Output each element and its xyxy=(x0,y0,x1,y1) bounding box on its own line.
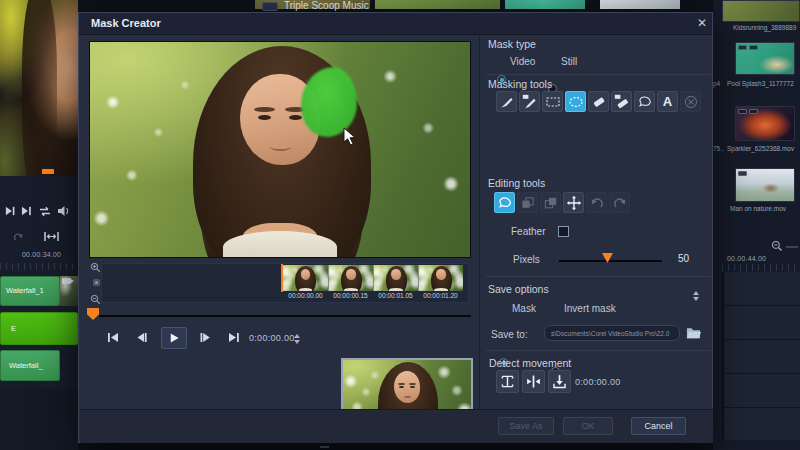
pixels-slider[interactable] xyxy=(559,260,662,262)
transport-timecode[interactable]: 0:00:00.00 xyxy=(249,333,295,343)
go-start-icon[interactable] xyxy=(106,331,120,344)
mask-creator-dialog: Mask Creator ✕ xyxy=(78,12,713,443)
fit-project-icon[interactable] xyxy=(43,230,60,243)
timeline-zoom-knob[interactable] xyxy=(93,279,100,286)
mask-type-heading: Mask type xyxy=(488,38,536,50)
spinner-icon[interactable] xyxy=(693,290,700,302)
timeline-thumbnails[interactable] xyxy=(283,265,463,291)
folder-open-icon[interactable] xyxy=(686,326,701,339)
zoom-slider[interactable] xyxy=(786,246,798,248)
right-ruler xyxy=(722,264,800,271)
timeline-clip-waterfall-2[interactable]: Waterfall_ xyxy=(0,350,60,381)
background-empty-track xyxy=(0,388,78,450)
clip-label: E xyxy=(11,325,16,333)
library-thumbnail[interactable] xyxy=(735,106,795,141)
play-button[interactable] xyxy=(161,327,187,349)
right-timeline-timecode: 00.00.44.00 xyxy=(727,255,766,262)
codec-badge xyxy=(749,109,758,114)
duplicate-mask-tool[interactable] xyxy=(540,192,561,213)
feather-checkbox[interactable] xyxy=(558,226,569,237)
timeline-thumbnail[interactable] xyxy=(328,265,373,291)
smart-brush-mask-tool[interactable] xyxy=(519,91,540,112)
section-divider xyxy=(486,276,711,277)
library-thumbnail-sliver[interactable] xyxy=(600,0,680,9)
move-mask-tool[interactable] xyxy=(563,192,584,213)
clear-mask-tool[interactable] xyxy=(680,91,701,112)
pixels-label: Pixels xyxy=(513,254,540,265)
background-preview-photo xyxy=(0,0,78,176)
save-path-field[interactable]: s\Documents\Corel VideoStudio Pro\22.0 xyxy=(544,325,680,341)
hair-strand xyxy=(22,0,57,176)
section-divider xyxy=(486,74,711,75)
window-resize-notch xyxy=(320,446,329,448)
background-track-rows xyxy=(722,272,800,440)
playhead-marker[interactable] xyxy=(87,308,99,320)
go-end-icon[interactable] xyxy=(227,331,241,344)
go-end-icon[interactable] xyxy=(21,205,33,217)
library-item-label[interactable]: Sparkler_6252368.mov xyxy=(727,145,794,152)
redo-icon[interactable] xyxy=(609,192,630,213)
library-thumbnail[interactable] xyxy=(735,42,795,75)
copy-mask-tool[interactable] xyxy=(517,192,538,213)
smile xyxy=(270,143,291,151)
next-frame-icon[interactable] xyxy=(4,205,16,217)
library-thumbnail-sliver[interactable] xyxy=(505,0,585,9)
music-library-item[interactable]: Triple Scoop Music xyxy=(284,0,369,11)
spinner-icon[interactable] xyxy=(294,333,301,345)
redo-icon[interactable] xyxy=(12,231,25,243)
rectangle-mask-tool[interactable] xyxy=(542,91,563,112)
clip-label: Waterfall_ xyxy=(9,362,42,370)
mask-preview-canvas[interactable] xyxy=(89,41,471,258)
zoom-out-icon[interactable] xyxy=(90,294,101,305)
dialog-titlebar[interactable]: Mask Creator ✕ xyxy=(79,13,712,35)
still-radio-label[interactable]: Still xyxy=(561,56,577,67)
zoom-out-icon[interactable] xyxy=(771,240,783,252)
library-thumbnail-sliver[interactable] xyxy=(375,0,500,9)
clip-thumbnail[interactable] xyxy=(60,276,78,306)
ellipse-mask-tool[interactable] xyxy=(565,91,586,112)
eye xyxy=(258,115,272,120)
video-camera-icon xyxy=(62,278,71,284)
masking-tools-heading: Masking tools xyxy=(488,78,552,90)
zoom-in-icon[interactable] xyxy=(90,262,101,273)
timeline-clip-title[interactable]: E xyxy=(0,312,78,345)
left-ruler xyxy=(0,263,78,270)
mask-radio-label[interactable]: Mask xyxy=(512,303,536,314)
brush-mask-tool[interactable] xyxy=(496,91,517,112)
detect-timecode[interactable]: 0:00:00.00 xyxy=(575,377,621,387)
clip-label: Waterfall_1 xyxy=(6,287,44,295)
undo-icon[interactable] xyxy=(586,192,607,213)
loop-icon[interactable] xyxy=(38,206,52,217)
speaker-icon[interactable] xyxy=(57,205,70,217)
dialog-footer xyxy=(80,409,713,443)
video-radio-label[interactable]: Video xyxy=(510,56,535,67)
next-frame-icon[interactable] xyxy=(199,331,213,344)
library-item-label[interactable]: Pool Splash3_1177772 xyxy=(727,80,794,87)
prev-frame-icon[interactable] xyxy=(134,331,148,344)
dialog-title: Mask Creator xyxy=(91,17,161,29)
detect-to-timecode-tool[interactable] xyxy=(548,370,571,393)
scrubber-track[interactable] xyxy=(99,315,471,317)
timeline-thumbnail[interactable] xyxy=(283,265,328,291)
smart-eraser-tool[interactable] xyxy=(611,91,632,112)
text-mask-tool[interactable]: A xyxy=(657,91,678,112)
invert-mask-radio-label[interactable]: Invert mask xyxy=(564,303,616,314)
detect-to-position-tool[interactable] xyxy=(522,370,545,393)
ok-button[interactable]: OK xyxy=(563,417,613,435)
save-as-button[interactable]: Save As xyxy=(498,417,554,435)
freehand-mask-tool[interactable] xyxy=(634,91,655,112)
eraser-tool[interactable] xyxy=(588,91,609,112)
library-item-label[interactable]: Man on nature.mov xyxy=(730,205,786,212)
shape-edit-tool[interactable] xyxy=(494,192,515,213)
pixels-value[interactable]: 50 xyxy=(671,253,689,264)
timeline-thumbnail[interactable] xyxy=(418,265,463,291)
library-item-label[interactable]: Kidsrunning_3889889 xyxy=(733,24,796,31)
thumbnail-timecode: 00:00:01.20 xyxy=(418,292,463,299)
close-icon[interactable]: ✕ xyxy=(697,16,707,30)
library-thumbnail[interactable] xyxy=(735,168,795,202)
library-thumbnail[interactable] xyxy=(722,0,800,22)
cancel-button[interactable]: Cancel xyxy=(631,417,686,435)
detect-whole-clip-tool[interactable] xyxy=(496,370,519,393)
timeline-thumbnail[interactable] xyxy=(373,265,418,291)
timeline-clip-waterfall-1[interactable]: Waterfall_1 xyxy=(0,276,60,306)
